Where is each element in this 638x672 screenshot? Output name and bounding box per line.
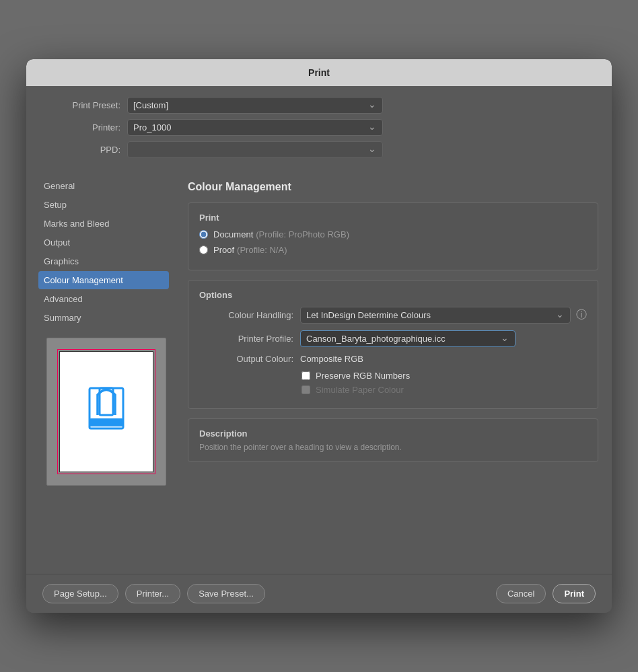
description-box: Description Position the pointer over a …: [188, 418, 598, 462]
svg-rect-2: [90, 418, 123, 426]
print-button[interactable]: Print: [553, 584, 596, 603]
colour-handling-label: Colour Handling:: [199, 310, 293, 320]
page-setup-button[interactable]: Page Setup...: [42, 584, 118, 603]
printer-profile-label: Printer Profile:: [199, 334, 293, 344]
print-preset-select[interactable]: [Custom]: [127, 97, 383, 114]
sidebar-item-general[interactable]: General: [38, 177, 169, 195]
print-section-label: Print: [199, 213, 587, 223]
colour-handling-select[interactable]: Let InDesign Determine Colours Let PostS…: [300, 307, 571, 324]
document-radio[interactable]: [199, 230, 208, 239]
proof-radio[interactable]: [199, 246, 208, 254]
output-colour-label: Output Colour:: [199, 354, 293, 364]
printer-button[interactable]: Printer...: [125, 584, 180, 603]
preview-inner: [59, 351, 153, 472]
description-title: Description: [199, 428, 587, 439]
printer-label: Printer:: [53, 122, 120, 133]
printer-profile-row: Printer Profile: Canson_Baryta_photograp…: [199, 330, 587, 347]
sidebar-item-colour-management[interactable]: Colour Management: [38, 271, 169, 289]
printer-profile-select[interactable]: Canson_Baryta_photographique.icc sRGB IE…: [300, 330, 516, 347]
printer-row: Printer: Pro_1000: [53, 119, 585, 136]
print-section: Print Document (Profile: ProPhoto RGB) P…: [188, 202, 598, 270]
panel-title: Colour Management: [188, 181, 598, 193]
content-panel: Colour Management Print Document (Profil…: [174, 170, 612, 574]
print-preset-select-wrapper: [Custom]: [127, 97, 383, 114]
proof-radio-row: Proof (Profile: N/A): [199, 245, 587, 255]
simulate-paper-row: Simulate Paper Colour: [199, 385, 587, 395]
preview-area: [46, 338, 166, 486]
preview-icon: [83, 381, 130, 442]
sidebar-item-advanced[interactable]: Advanced: [38, 290, 169, 308]
sidebar-item-marks-and-bleed[interactable]: Marks and Bleed: [38, 215, 169, 233]
print-preset-row: Print Preset: [Custom]: [53, 97, 585, 114]
sidebar-item-setup[interactable]: Setup: [38, 196, 169, 214]
colour-handling-row: Colour Handling: Let InDesign Determine …: [199, 307, 587, 324]
cancel-button[interactable]: Cancel: [496, 584, 546, 603]
description-text: Position the pointer over a heading to v…: [199, 443, 587, 452]
printer-profile-select-wrapper: Canson_Baryta_photographique.icc sRGB IE…: [300, 330, 516, 347]
document-radio-label[interactable]: Document: [213, 229, 253, 239]
dialog-title: Print: [308, 67, 330, 78]
preserve-rgb-label[interactable]: Preserve RGB Numbers: [316, 371, 410, 381]
document-radio-row: Document (Profile: ProPhoto RGB): [199, 229, 587, 239]
proof-profile: (Profile: N/A): [237, 245, 287, 255]
ppd-row: PPD:: [53, 141, 585, 158]
ppd-select-wrapper: [127, 141, 383, 158]
print-dialog: Print Print Preset: [Custom] Printer: Pr…: [26, 59, 612, 613]
proof-radio-label[interactable]: Proof: [213, 245, 234, 255]
printer-select[interactable]: Pro_1000: [127, 119, 383, 136]
options-section-label: Options: [199, 290, 587, 300]
document-profile: (Profile: ProPhoto RGB): [256, 229, 349, 239]
sidebar: General Setup Marks and Bleed Output Gra…: [26, 170, 174, 574]
output-colour-value: Composite RGB: [300, 354, 363, 364]
ppd-select[interactable]: [127, 141, 383, 158]
printer-select-wrapper: Pro_1000: [127, 119, 383, 136]
save-preset-button[interactable]: Save Preset...: [187, 584, 265, 603]
print-preset-label: Print Preset:: [53, 100, 120, 110]
sidebar-item-summary[interactable]: Summary: [38, 309, 169, 327]
title-bar: Print: [26, 59, 612, 86]
main-area: General Setup Marks and Bleed Output Gra…: [26, 170, 612, 574]
info-icon[interactable]: ⓘ: [576, 308, 587, 322]
ppd-label: PPD:: [53, 145, 120, 155]
simulate-paper-label[interactable]: Simulate Paper Colour: [316, 385, 404, 395]
top-controls: Print Preset: [Custom] Printer: Pro_1000…: [26, 86, 612, 170]
output-colour-row: Output Colour: Composite RGB: [199, 354, 587, 364]
colour-handling-select-wrapper: Let InDesign Determine Colours Let PostS…: [300, 307, 571, 324]
sidebar-item-output[interactable]: Output: [38, 233, 169, 252]
bottom-bar: Page Setup... Printer... Save Preset... …: [26, 574, 612, 613]
preserve-rgb-row: Preserve RGB Numbers: [199, 371, 587, 381]
simulate-paper-checkbox[interactable]: [302, 385, 310, 394]
options-section: Options Colour Handling: Let InDesign De…: [188, 280, 598, 409]
sidebar-item-graphics[interactable]: Graphics: [38, 252, 169, 270]
preserve-rgb-checkbox[interactable]: [302, 371, 310, 380]
